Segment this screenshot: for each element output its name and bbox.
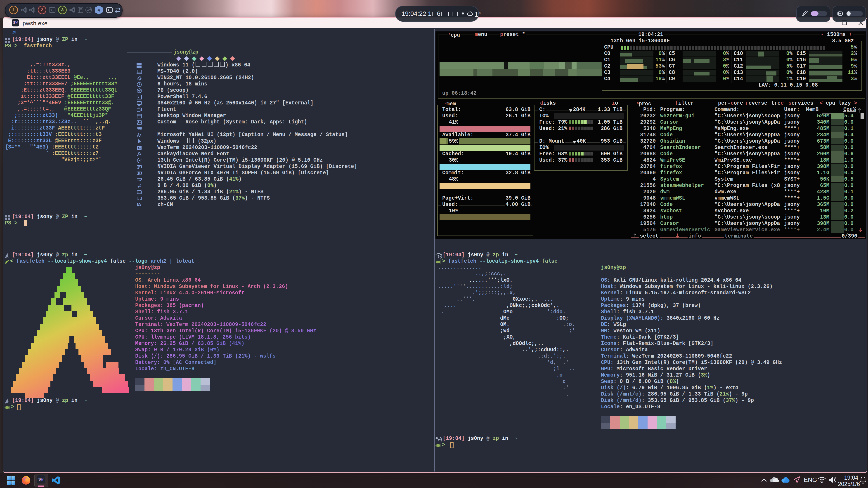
svg-text:4: 4 <box>97 8 100 13</box>
